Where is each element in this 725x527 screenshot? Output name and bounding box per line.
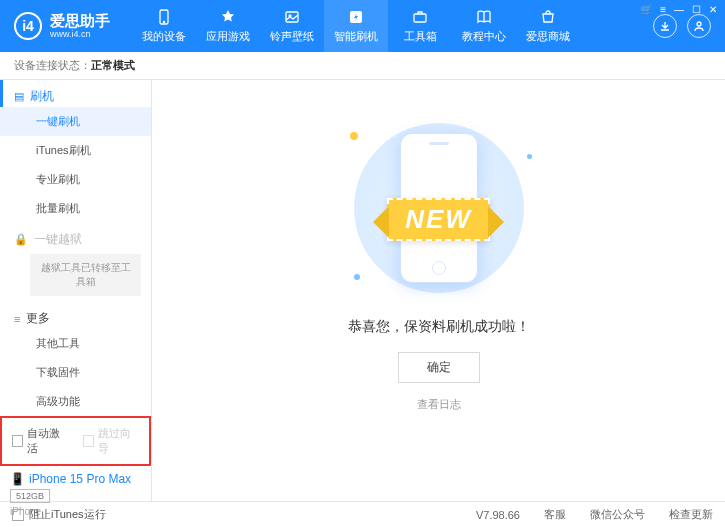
svg-point-6 [697, 22, 701, 26]
lock-icon: 🔒 [14, 233, 28, 246]
sidebar-item-download-fw[interactable]: 下载固件 [0, 358, 151, 387]
list-icon: ▤ [14, 90, 24, 103]
sidebar-item-advanced[interactable]: 高级功能 [0, 387, 151, 416]
user-button[interactable] [687, 14, 711, 38]
app-logo[interactable]: i4 爱思助手 www.i4.cn [14, 12, 110, 40]
apps-icon [219, 8, 237, 26]
sidebar-item-batch[interactable]: 批量刷机 [0, 194, 151, 223]
device-storage: 512GB [10, 489, 50, 503]
view-log-link[interactable]: 查看日志 [417, 397, 461, 412]
wechat-link[interactable]: 微信公众号 [590, 507, 645, 522]
download-button[interactable] [653, 14, 677, 38]
status-bar: 设备连接状态： 正常模式 [0, 52, 725, 80]
block-itunes-checkbox[interactable]: 阻止iTunes运行 [12, 507, 106, 522]
nav-smart-flash[interactable]: 智能刷机 [324, 0, 388, 52]
nav-store[interactable]: 爱思商城 [516, 0, 580, 52]
nav-apps-games[interactable]: 应用游戏 [196, 0, 260, 52]
sidebar-item-other-tools[interactable]: 其他工具 [0, 329, 151, 358]
top-nav: 我的设备 应用游戏 铃声壁纸 智能刷机 工具箱 教程中心 爱思商城 [132, 0, 580, 52]
main-content: NEW 恭喜您，保资料刷机成功啦！ 确定 查看日志 [152, 80, 725, 501]
logo-icon: i4 [14, 12, 42, 40]
store-icon [539, 8, 557, 26]
nav-my-device[interactable]: 我的设备 [132, 0, 196, 52]
sidebar-item-pro[interactable]: 专业刷机 [0, 165, 151, 194]
sidebar-section-flash[interactable]: ▤ 刷机 [0, 80, 151, 107]
image-icon [283, 8, 301, 26]
support-link[interactable]: 客服 [544, 507, 566, 522]
check-update-link[interactable]: 检查更新 [669, 507, 713, 522]
app-subtitle: www.i4.cn [50, 29, 110, 40]
device-icon [155, 8, 173, 26]
cart-icon[interactable]: 🛒 [640, 4, 652, 15]
svg-point-1 [163, 21, 164, 22]
maximize-button[interactable]: ☐ [692, 4, 701, 15]
sidebar-options-box: 自动激活 跳过向导 [0, 416, 151, 466]
sidebar: ▤ 刷机 一键刷机 iTunes刷机 专业刷机 批量刷机 🔒 一键越狱 越狱工具… [0, 80, 152, 501]
sidebar-section-more[interactable]: ≡ 更多 [0, 302, 151, 329]
status-label: 设备连接状态： [14, 58, 91, 73]
more-icon: ≡ [14, 313, 20, 325]
new-ribbon: NEW [387, 198, 490, 241]
success-illustration: NEW [324, 118, 554, 298]
phone-icon: 📱 [10, 472, 25, 486]
app-title: 爱思助手 [50, 13, 110, 29]
status-mode: 正常模式 [91, 58, 135, 73]
svg-rect-5 [414, 14, 426, 22]
sidebar-section-jailbreak: 🔒 一键越狱 [0, 223, 151, 250]
jailbreak-moved-note: 越狱工具已转移至工具箱 [30, 254, 141, 296]
nav-tutorials[interactable]: 教程中心 [452, 0, 516, 52]
success-message: 恭喜您，保资料刷机成功啦！ [348, 318, 530, 336]
book-icon [475, 8, 493, 26]
sidebar-item-itunes[interactable]: iTunes刷机 [0, 136, 151, 165]
auto-activate-checkbox[interactable]: 自动激活 [12, 426, 69, 456]
close-button[interactable]: ✕ [709, 4, 717, 15]
skip-guide-checkbox: 跳过向导 [83, 426, 140, 456]
nav-ringtones[interactable]: 铃声壁纸 [260, 0, 324, 52]
minimize-button[interactable]: — [674, 4, 684, 15]
menu-icon[interactable]: ≡ [660, 4, 666, 15]
titlebar: i4 爱思助手 www.i4.cn 我的设备 应用游戏 铃声壁纸 智能刷机 工具… [0, 0, 725, 52]
version-label: V7.98.66 [476, 509, 520, 521]
sidebar-item-onekey[interactable]: 一键刷机 [0, 107, 151, 136]
toolbox-icon [411, 8, 429, 26]
ok-button[interactable]: 确定 [398, 352, 480, 383]
nav-toolbox[interactable]: 工具箱 [388, 0, 452, 52]
flash-icon [347, 8, 365, 26]
